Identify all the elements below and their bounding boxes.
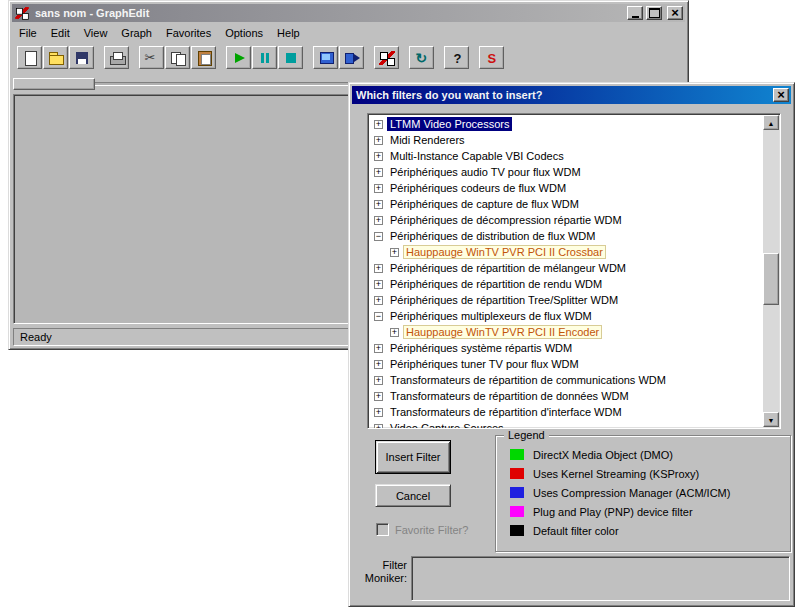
tree-item-label[interactable]: Hauppauge WinTV PVR PCI II Crossbar — [403, 245, 606, 259]
expand-icon[interactable]: + — [374, 200, 383, 209]
stats-icon — [484, 51, 500, 65]
tree-item-label[interactable]: Hauppauge WinTV PVR PCI II Encoder — [403, 325, 602, 339]
tree-item-label[interactable]: Périphériques tuner TV pour flux WDM — [387, 357, 582, 371]
close-icon[interactable] — [667, 6, 683, 20]
stop-button[interactable] — [278, 46, 303, 69]
open-button[interactable] — [43, 46, 68, 69]
legend-item: Uses Compression Manager (ACM/ICM) — [510, 487, 784, 498]
collapse-icon[interactable]: − — [374, 232, 383, 241]
expand-icon[interactable]: + — [390, 328, 399, 337]
paste-icon — [196, 51, 212, 65]
new-document-icon — [22, 51, 38, 65]
menu-help[interactable]: Help — [270, 25, 307, 41]
legend-color-swatch — [510, 449, 524, 460]
expand-icon[interactable]: + — [374, 216, 383, 225]
tree-item-label[interactable]: Transformateurs de répartition d'interfa… — [387, 405, 625, 419]
tree-item-label[interactable]: LTMM Video Processors — [387, 117, 512, 131]
tree-item: +Midi Renderers — [368, 132, 762, 148]
expand-icon[interactable]: + — [374, 296, 383, 305]
tree-item: +Périphériques codeurs de flux WDM — [368, 180, 762, 196]
copy-button[interactable] — [165, 46, 190, 69]
menu-favorites[interactable]: Favorites — [159, 25, 218, 41]
tree-item-label[interactable]: Périphériques de capture de flux WDM — [387, 197, 582, 211]
tree-item-label[interactable]: Périphériques de répartition de mélangeu… — [387, 261, 629, 275]
legend-color-swatch — [510, 487, 524, 498]
tree-item-label[interactable]: Périphériques de distribution de flux WD… — [387, 229, 598, 243]
tree-item-label[interactable]: Périphériques de répartition de rendu WD… — [387, 277, 605, 291]
expand-icon[interactable]: + — [374, 280, 383, 289]
tree-item-label[interactable]: Périphériques codeurs de flux WDM — [387, 181, 569, 195]
legend-group: Legend DirectX Media Object (DMO)Uses Ke… — [495, 435, 791, 552]
menu-options[interactable]: Options — [218, 25, 270, 41]
play-button[interactable] — [226, 46, 251, 69]
tree-item-label[interactable]: Périphériques de répartition Tree/Splitt… — [387, 293, 621, 307]
expand-icon[interactable]: + — [374, 424, 383, 430]
expand-icon[interactable]: + — [374, 264, 383, 273]
menu-edit[interactable]: Edit — [44, 25, 77, 41]
tree-item-label[interactable]: Périphériques système répartis WDM — [387, 341, 575, 355]
paste-button[interactable] — [191, 46, 216, 69]
tree-scrollbar[interactable]: ▲ ▼ — [763, 115, 779, 427]
insert-filter-button[interactable]: Insert Filter — [375, 440, 451, 474]
legend-item: Uses Kernel Streaming (KSProxy) — [510, 468, 784, 479]
expand-icon[interactable]: + — [374, 136, 383, 145]
tree-item-label[interactable]: Périphériques multiplexeurs de flux WDM — [387, 309, 595, 323]
cut-button[interactable] — [139, 46, 164, 69]
expand-icon[interactable]: + — [374, 184, 383, 193]
filter-moniker-field[interactable] — [411, 556, 790, 601]
seek-slider-thumb[interactable] — [13, 78, 95, 90]
maximize-icon[interactable] — [646, 6, 662, 20]
save-button[interactable] — [69, 46, 94, 69]
new-document-button[interactable] — [17, 46, 42, 69]
menu-graph[interactable]: Graph — [114, 25, 159, 41]
refresh-button[interactable] — [409, 46, 434, 69]
expand-icon[interactable]: + — [374, 392, 383, 401]
main-window-title: sans nom - GraphEdit — [33, 7, 624, 19]
minimize-icon[interactable] — [627, 6, 643, 20]
filter-tree[interactable]: +LTMM Video Processors+Midi Renderers+Mu… — [367, 113, 781, 429]
desktop: sans nom - GraphEdit FileEditViewGraphFa… — [0, 0, 796, 607]
help-button[interactable] — [444, 46, 469, 69]
tree-item-label[interactable]: Transformateurs de répartition de commun… — [387, 373, 669, 387]
render-url-button[interactable] — [339, 46, 364, 69]
main-titlebar[interactable]: sans nom - GraphEdit — [12, 4, 685, 22]
legend-label: DirectX Media Object (DMO) — [533, 449, 673, 461]
toolbar-separator — [130, 57, 138, 58]
pause-button[interactable] — [252, 46, 277, 69]
scrollbar-thumb[interactable] — [763, 253, 779, 305]
dialog-close-icon[interactable] — [773, 88, 789, 102]
expand-icon[interactable]: + — [374, 344, 383, 353]
tree-item-label[interactable]: Multi-Instance Capable VBI Codecs — [387, 149, 567, 163]
cancel-button[interactable]: Cancel — [375, 484, 451, 507]
tree-item: −Périphériques multiplexeurs de flux WDM — [368, 308, 762, 324]
expand-icon[interactable]: + — [374, 152, 383, 161]
favorite-filter-checkbox[interactable] — [376, 523, 389, 536]
tree-item-label[interactable]: Périphériques de décompression répartie … — [387, 213, 625, 227]
tree-item-label[interactable]: Midi Renderers — [387, 133, 468, 147]
expand-icon[interactable]: + — [374, 360, 383, 369]
expand-icon[interactable]: + — [374, 120, 383, 129]
dialog-title: Which filters do you want to insert? — [354, 89, 768, 101]
print-button[interactable] — [104, 46, 129, 69]
tree-item: +Périphériques de capture de flux WDM — [368, 196, 762, 212]
expand-icon[interactable]: + — [390, 248, 399, 257]
tree-item-label[interactable]: Périphériques audio TV pour flux WDM — [387, 165, 584, 179]
legend-color-swatch — [510, 525, 524, 536]
tree-item-label[interactable]: Transformateurs de répartition de donnée… — [387, 389, 632, 403]
collapse-icon[interactable]: − — [374, 312, 383, 321]
stats-button[interactable] — [479, 46, 504, 69]
legend-items: DirectX Media Object (DMO)Uses Kernel St… — [510, 449, 784, 536]
tree-item-label[interactable]: Video Capture Sources — [387, 421, 507, 429]
tree-item: +Transformateurs de répartition d'interf… — [368, 404, 762, 420]
expand-icon[interactable]: + — [374, 168, 383, 177]
menu-view[interactable]: View — [77, 25, 115, 41]
scroll-up-icon[interactable]: ▲ — [763, 115, 779, 130]
expand-icon[interactable]: + — [374, 376, 383, 385]
tree-item: +Périphériques de répartition de rendu W… — [368, 276, 762, 292]
expand-icon[interactable]: + — [374, 408, 383, 417]
menu-file[interactable]: File — [12, 25, 44, 41]
render-media-file-button[interactable] — [313, 46, 338, 69]
dialog-titlebar[interactable]: Which filters do you want to insert? — [352, 86, 791, 104]
scroll-down-icon[interactable]: ▼ — [763, 412, 779, 427]
insert-filters-button[interactable] — [374, 46, 399, 69]
